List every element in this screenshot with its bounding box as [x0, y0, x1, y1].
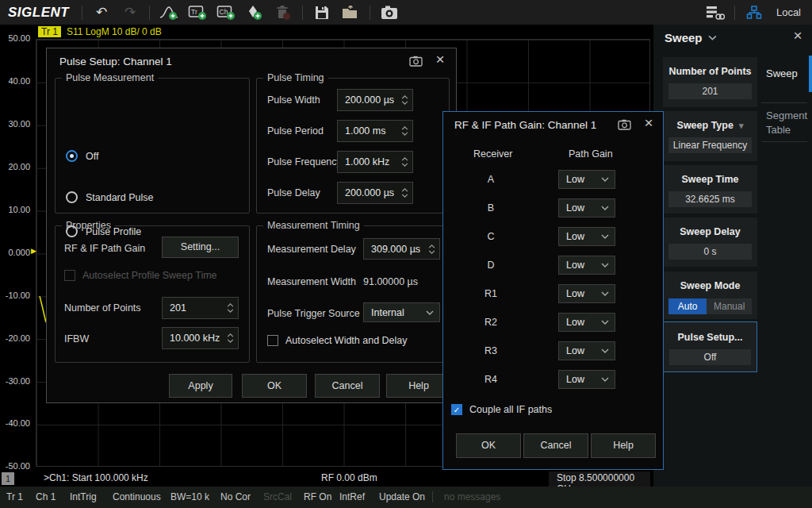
spinner-arrows[interactable] [401, 95, 412, 105]
setting-button[interactable]: Setting... [162, 237, 239, 258]
gain-select-r1[interactable]: Low [558, 284, 615, 303]
toolbar-separator [734, 6, 735, 20]
help-button[interactable]: Help [386, 374, 451, 398]
undo-icon: ↶ [96, 6, 107, 19]
open-button[interactable] [336, 2, 365, 24]
spinner-arrows[interactable] [401, 126, 412, 136]
couple-if-paths-checkbox[interactable]: Couple all IF paths [451, 404, 552, 415]
pulse-frequency-input[interactable]: 1.000 kHz [337, 151, 413, 173]
y-axis-tick: -20.00 [0, 333, 30, 343]
new-channel-button[interactable]: Ch [212, 2, 240, 24]
spinner-arrows[interactable] [401, 157, 412, 167]
apply-button[interactable]: Apply [169, 374, 232, 398]
pulse-trigger-source-select[interactable]: Internal [363, 302, 440, 322]
sweep-delay-value[interactable]: 0 s [668, 244, 752, 260]
status-trace[interactable]: Tr 1 [6, 491, 23, 502]
tab-sweep[interactable]: Sweep [766, 67, 798, 79]
sidebar-close-icon[interactable] [790, 27, 806, 44]
trace-number-chip[interactable]: Tr 1 [38, 26, 61, 37]
sweep-mode-manual[interactable]: Manual [707, 298, 752, 314]
autoselect-width-delay-checkbox[interactable]: Autoselect Width and Delay [267, 335, 408, 346]
spinner-arrows[interactable] [401, 188, 412, 198]
y-axis-tick: -10.00 [0, 291, 30, 300]
screenshot-button[interactable] [375, 2, 404, 24]
cancel-button[interactable]: Cancel [315, 374, 380, 398]
new-trace-window-button[interactable]: Tr [183, 2, 212, 24]
spinner-arrows[interactable] [227, 303, 238, 313]
checkbox-icon[interactable] [267, 335, 278, 346]
ifbw-input[interactable]: 10.000 kHz [162, 327, 239, 349]
spinner-arrows[interactable] [428, 244, 439, 254]
delete-button[interactable] [269, 2, 297, 24]
cancel-button[interactable]: Cancel [523, 433, 588, 458]
measurement-delay-input[interactable]: 309.000 µs [363, 238, 440, 260]
trace-header[interactable]: Tr 1 S11 LogM 10 dB/ 0 dB [38, 26, 162, 37]
checkbox-label: Autoselect Profile Sweep Time [82, 270, 217, 281]
gain-select-r3[interactable]: Low [558, 341, 615, 360]
pulse-delay-input[interactable]: 200.000 µs [337, 182, 413, 204]
checkbox-icon[interactable] [451, 404, 462, 415]
measurement-width-label: Measurement Width [267, 276, 356, 287]
select-value: Internal [371, 307, 404, 318]
redo-button[interactable]: ↷ [116, 2, 144, 24]
number-of-points-value[interactable]: 201 [668, 83, 752, 99]
channel-number-badge[interactable]: 1 [2, 472, 14, 485]
pulse-setup-control[interactable]: Pulse Setup... Off [663, 321, 757, 372]
dialog-close-icon[interactable] [641, 114, 657, 132]
gain-select-r2[interactable]: Low [558, 313, 615, 332]
ok-button[interactable]: OK [456, 433, 521, 458]
status-update[interactable]: Update On [379, 491, 425, 502]
save-button[interactable] [308, 2, 336, 24]
sweep-delay-control[interactable]: Sweep Delay 0 s [663, 217, 757, 267]
status-trigger[interactable]: IntTrig [70, 491, 97, 502]
add-marker-button[interactable] [240, 2, 269, 24]
dialog-close-icon[interactable] [432, 51, 448, 68]
gain-select-b[interactable]: Low [558, 198, 615, 217]
receiver-column-header: Receiver [473, 148, 512, 160]
lan-status-button[interactable] [740, 2, 768, 24]
radio-standard-pulse[interactable]: Standard Pulse [66, 191, 153, 203]
window-layout-button[interactable] [701, 2, 730, 24]
ok-button[interactable]: OK [242, 374, 307, 398]
gain-select-c[interactable]: Low [558, 227, 615, 246]
dialog-screenshot-icon[interactable] [618, 119, 631, 130]
sweep-type-control[interactable]: Sweep Type Linear Frequency [663, 111, 757, 161]
status-channel[interactable]: Ch 1 [36, 491, 56, 502]
number-of-points-control[interactable]: Number of Points 201 [663, 57, 757, 107]
radio-off[interactable]: Off [66, 150, 98, 162]
local-mode-label[interactable]: Local [776, 6, 801, 18]
undo-button[interactable]: ↶ [87, 2, 116, 24]
gain-select-d[interactable]: Low [558, 256, 615, 275]
help-button[interactable]: Help [591, 433, 656, 458]
radio-icon[interactable] [66, 150, 78, 162]
add-trace-button[interactable] [155, 2, 183, 24]
sidebar-title[interactable]: Sweep [665, 31, 717, 44]
start-frequency-label: >Ch1: Start 100.000 kHz [44, 472, 148, 483]
gain-select-a[interactable]: Low [558, 170, 615, 189]
sweep-mode-auto[interactable]: Auto [668, 298, 707, 314]
number-of-points-input[interactable]: 201 [162, 297, 239, 319]
radio-icon[interactable] [66, 191, 78, 203]
tab-separator [761, 141, 807, 142]
pulse-width-input[interactable]: 200.000 µs [337, 89, 413, 111]
y-axis-tick: 20.00 [0, 162, 30, 171]
status-reference[interactable]: IntRef [339, 491, 365, 502]
pulse-setup-value[interactable]: Off [669, 349, 751, 365]
spinner-arrows[interactable] [227, 333, 238, 343]
path-gain-dialog: RF & IF Path Gain: Channel 1 Receiver Pa… [442, 111, 664, 470]
toolbar-separator [82, 6, 82, 20]
status-bandwidth[interactable]: BW=10 k [170, 491, 209, 502]
path-gain-column-header: Path Gain [569, 148, 613, 160]
sweep-time-value[interactable]: 32.6625 ms [668, 191, 752, 207]
status-sweep-mode[interactable]: Continuous [113, 491, 161, 502]
y-axis-tick: 50.00 [0, 33, 30, 43]
pulse-period-input[interactable]: 1.000 ms [337, 120, 413, 142]
sweep-type-value[interactable]: Linear Frequency [668, 137, 752, 153]
status-correction[interactable]: No Cor [220, 491, 251, 502]
status-rf[interactable]: RF On [304, 491, 331, 502]
gain-select-r4[interactable]: Low [558, 370, 615, 389]
select-value: Low [566, 345, 584, 356]
dialog-screenshot-icon[interactable] [409, 56, 423, 67]
sweep-time-control[interactable]: Sweep Time 32.6625 ms [663, 165, 757, 214]
tab-segment-table[interactable]: Segment Table [766, 109, 810, 137]
